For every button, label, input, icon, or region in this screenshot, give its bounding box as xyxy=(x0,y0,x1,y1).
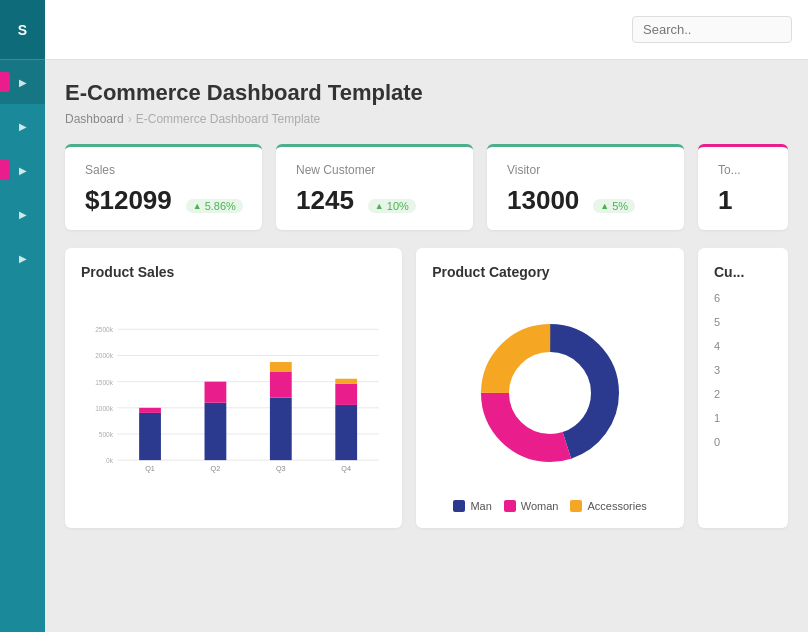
legend-label-woman: Woman xyxy=(521,500,559,512)
kpi-label-sales: Sales xyxy=(85,163,242,177)
badge-value-new-customer: 10% xyxy=(387,200,409,212)
search-input[interactable] xyxy=(643,22,781,37)
product-sales-title: Product Sales xyxy=(81,264,386,280)
cu-title: Cu... xyxy=(714,264,772,280)
bar-q3-blue xyxy=(270,398,292,460)
cu-card: Cu... 6 5 4 3 2 1 0 xyxy=(698,248,788,528)
sidebar-item-home[interactable]: ▶ xyxy=(0,60,45,104)
kpi-value-visitor: 13000 xyxy=(507,185,579,216)
cu-row-6: 6 xyxy=(714,292,772,304)
kpi-value-new-customer: 1245 xyxy=(296,185,354,216)
kpi-badge-sales: ▲ 5.86% xyxy=(186,199,243,213)
sidebar-arrow-1: ▶ xyxy=(19,77,27,88)
legend-dot-man xyxy=(453,500,465,512)
svg-text:Q4: Q4 xyxy=(341,464,351,473)
sidebar-arrow-5: ▶ xyxy=(19,253,27,264)
bar-q2-blue xyxy=(205,403,227,460)
bar-chart-svg: 2500k 2000k 1500k 1000k 500k 0k xyxy=(81,292,386,512)
sidebar-arrow-2: ▶ xyxy=(19,121,27,132)
bar-q4-red xyxy=(335,384,357,405)
badge-arrow-visitor: ▲ xyxy=(600,201,609,211)
cu-row-3: 3 xyxy=(714,364,772,376)
svg-text:1000k: 1000k xyxy=(95,405,113,412)
cu-content: 6 5 4 3 2 1 0 xyxy=(714,292,772,448)
legend-woman: Woman xyxy=(504,500,559,512)
sidebar-arrow-4: ▶ xyxy=(19,209,27,220)
sidebar-logo: S xyxy=(0,0,45,60)
cu-row-5: 5 xyxy=(714,316,772,328)
search-box[interactable] xyxy=(632,16,792,43)
page-title: E-Commerce Dashboard Template xyxy=(65,80,788,106)
badge-arrow-sales: ▲ xyxy=(193,201,202,211)
kpi-card-sales: Sales $12099 ▲ 5.86% xyxy=(65,144,262,230)
main-content: E-Commerce Dashboard Template Dashboard … xyxy=(45,0,808,632)
donut-svg xyxy=(470,313,630,473)
sidebar-item-3[interactable]: ▶ xyxy=(0,192,45,236)
svg-text:Q2: Q2 xyxy=(211,464,221,473)
breadcrumb-current: E-Commerce Dashboard Template xyxy=(136,112,321,126)
cu-row-4: 4 xyxy=(714,340,772,352)
kpi-card-visitor: Visitor 13000 ▲ 5% xyxy=(487,144,684,230)
kpi-value-total: 1 xyxy=(718,185,768,216)
svg-text:2000k: 2000k xyxy=(95,352,113,359)
cu-row-0: 0 xyxy=(714,436,772,448)
sidebar-arrow-3: ▶ xyxy=(19,165,27,176)
donut-hole xyxy=(512,355,588,431)
kpi-card-new-customer: New Customer 1245 ▲ 10% xyxy=(276,144,473,230)
legend-accessories: Accessories xyxy=(570,500,646,512)
breadcrumb: Dashboard › E-Commerce Dashboard Templat… xyxy=(65,112,788,126)
svg-text:0k: 0k xyxy=(106,457,114,464)
cu-row-1: 1 xyxy=(714,412,772,424)
cu-row-2: 2 xyxy=(714,388,772,400)
sidebar-item-2[interactable]: ▶ xyxy=(0,148,45,192)
kpi-value-sales: $12099 xyxy=(85,185,172,216)
badge-value-visitor: 5% xyxy=(612,200,628,212)
kpi-badge-new-customer: ▲ 10% xyxy=(368,199,416,213)
sidebar-item-4[interactable]: ▶ xyxy=(0,236,45,280)
svg-text:Q3: Q3 xyxy=(276,464,286,473)
product-sales-card: Product Sales 2500k 2000k 1500k xyxy=(65,248,402,528)
bar-q1-red xyxy=(139,408,161,413)
donut-legend: Man Woman Accessories xyxy=(432,500,668,512)
bar-q2-red xyxy=(205,382,227,403)
kpi-card-total: To... 1 xyxy=(698,144,788,230)
product-category-title: Product Category xyxy=(432,264,668,280)
product-category-card: Product Category xyxy=(416,248,684,528)
active-indicator xyxy=(0,72,10,92)
svg-text:2500k: 2500k xyxy=(95,326,113,333)
bar-q4-orange xyxy=(335,379,357,384)
bar-q4-blue xyxy=(335,405,357,460)
legend-label-accessories: Accessories xyxy=(587,500,646,512)
bar-q3-red xyxy=(270,371,292,397)
breadcrumb-home[interactable]: Dashboard xyxy=(65,112,124,126)
breadcrumb-sep: › xyxy=(128,112,132,126)
bar-q1-blue xyxy=(139,413,161,460)
topbar xyxy=(45,0,808,60)
legend-man: Man xyxy=(453,500,491,512)
legend-dot-accessories xyxy=(570,500,582,512)
kpi-label-new-customer: New Customer xyxy=(296,163,453,177)
svg-text:500k: 500k xyxy=(99,431,114,438)
legend-label-man: Man xyxy=(470,500,491,512)
badge-value-sales: 5.86% xyxy=(205,200,236,212)
bar-q3-orange xyxy=(270,362,292,371)
kpi-label-visitor: Visitor xyxy=(507,163,664,177)
sidebar: S ▶ ▶ ▶ ▶ ▶ xyxy=(0,0,45,632)
bottom-row: Product Sales 2500k 2000k 1500k xyxy=(65,248,788,528)
kpi-label-total: To... xyxy=(718,163,768,177)
bar-chart: 2500k 2000k 1500k 1000k 500k 0k xyxy=(81,292,386,512)
kpi-row: Sales $12099 ▲ 5.86% New Customer 1245 ▲… xyxy=(65,144,788,230)
donut-wrapper xyxy=(432,292,668,494)
sidebar-item-1[interactable]: ▶ xyxy=(0,104,45,148)
badge-arrow-new-customer: ▲ xyxy=(375,201,384,211)
legend-dot-woman xyxy=(504,500,516,512)
dashboard: E-Commerce Dashboard Template Dashboard … xyxy=(45,60,808,632)
svg-text:1500k: 1500k xyxy=(95,379,113,386)
svg-text:Q1: Q1 xyxy=(145,464,155,473)
kpi-badge-visitor: ▲ 5% xyxy=(593,199,635,213)
